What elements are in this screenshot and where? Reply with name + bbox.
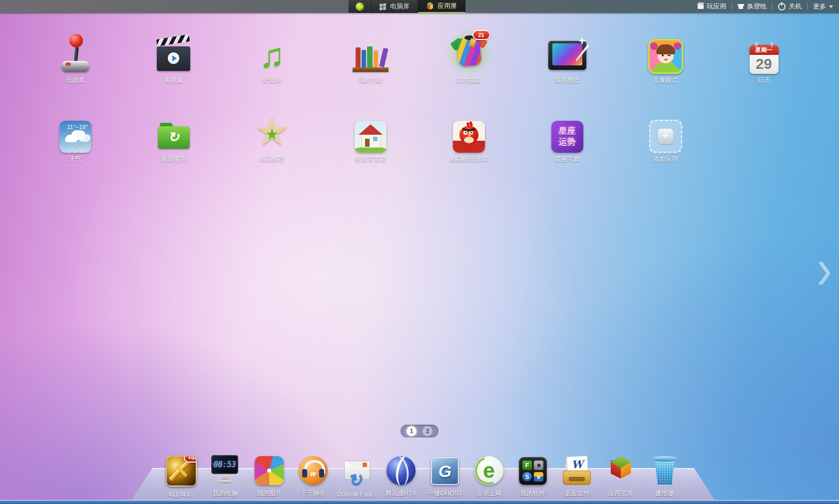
app-label: 看视频	[164, 76, 183, 85]
launcher-button[interactable]	[349, 0, 372, 13]
dock-label: 腾讯通RTX	[386, 490, 417, 498]
app-label: 日历	[758, 76, 770, 85]
dock-label: 安全上网	[476, 490, 501, 498]
app-must-play-games[interactable]: 精品必玩游戏	[420, 104, 518, 164]
page-indicator: 1 2	[401, 425, 438, 438]
notification-badge: +56	[184, 456, 197, 463]
pinwheel-icon	[255, 456, 284, 485]
rain-dots	[67, 148, 68, 149]
app-calendar[interactable]: 星期一 29 日历	[715, 25, 813, 85]
app-label: 生活百宝箱	[355, 155, 386, 164]
weather-icon: 11°~18°	[59, 121, 91, 153]
dock-one-key-ghost[interactable]: G 一键GHOST	[423, 448, 467, 498]
calendar-weekday: 星期一	[750, 45, 779, 55]
dock-label: 我的软件	[520, 490, 545, 498]
change-wallpaper-button[interactable]: 换壁纸	[738, 2, 767, 11]
bookshelf-icon	[353, 37, 389, 74]
app-play-games[interactable]: 玩游戏	[26, 25, 124, 85]
app-weather[interactable]: 11°~18° 天气	[26, 104, 124, 164]
app-recently-used[interactable]: ↻ 最近使用	[124, 104, 223, 164]
app-label: 听音乐	[263, 76, 282, 85]
blue-sphere-icon	[387, 456, 416, 485]
software-grid-icon: F S e	[519, 457, 547, 485]
topbar: 电脑屏 应用屏 玩应用 换壁纸 关机 更多	[0, 0, 839, 13]
dock-safe-browsing[interactable]: e 安全上网	[467, 448, 511, 498]
box-icon	[698, 4, 704, 9]
horoscope-icon: 星座 运势	[551, 121, 583, 153]
house-icon	[355, 121, 387, 153]
angry-bird-icon	[453, 121, 485, 153]
dock-label: 411043...	[168, 491, 194, 498]
windows-logo-icon	[380, 3, 387, 10]
change-wallpaper-label: 换壁纸	[747, 2, 767, 11]
app-my-bookshelf[interactable]: 我的书架	[321, 25, 420, 85]
app-grid-row-2: 11°~18° 天气 ↻ 最近使用 ★ ★ 精品推荐 生活百宝箱 精品必玩游戏 …	[26, 104, 715, 164]
app-featured-picks[interactable]: ★ ★ 精品推荐	[223, 104, 321, 164]
app-horoscope[interactable]: 星座 运势 星座宝典	[518, 104, 616, 164]
dock-ttplayer[interactable]: w 千千静听	[291, 448, 335, 498]
app-label: 我的书架	[358, 76, 383, 85]
star-icon: ★ ★	[251, 110, 293, 153]
tab-computer-screen-label: 电脑屏	[390, 2, 410, 11]
app-watch-video[interactable]: 看视频	[124, 25, 223, 85]
screen-tabs: 电脑屏 应用屏	[349, 0, 465, 13]
dock-rtx[interactable]: 腾讯通RTX	[379, 448, 423, 498]
green-e-browser-icon: e	[474, 456, 503, 485]
play-apps-button[interactable]: 玩应用	[698, 2, 726, 11]
app-grid-row-1: 玩游戏 看视频 ♫ 听音乐 我的书架 21 我的主题 我的壁纸 儿童模式	[26, 25, 813, 85]
app-life-toolbox[interactable]: 生活百宝箱	[321, 104, 420, 164]
dock-trash[interactable]: 废纸篓	[643, 448, 687, 498]
dock-label: 废纸篓	[655, 490, 674, 498]
dock-label: Outlook Expr...	[337, 491, 378, 498]
app-my-wallpaper[interactable]: 我的壁纸	[518, 25, 616, 85]
bottom-strip	[0, 500, 839, 504]
cloud-icon	[66, 135, 78, 142]
dock-label: 我的电脑	[213, 490, 238, 498]
dock-my-software[interactable]: F S e 我的软件	[511, 448, 555, 498]
app-label: 我的壁纸	[555, 76, 580, 85]
dock-my-pictures[interactable]: 我的图片	[247, 448, 291, 498]
dock-desktop-files[interactable]: W 桌面文件	[555, 448, 599, 498]
app-add-application[interactable]: + 添加应用	[616, 104, 715, 164]
dock-label: 千千静听	[301, 490, 326, 498]
next-page-arrow[interactable]: ›	[817, 238, 832, 300]
launcher-icon	[356, 2, 364, 11]
divider	[807, 3, 808, 10]
add-app-icon: +	[649, 120, 682, 153]
app-label: 星座宝典	[555, 155, 580, 164]
app-label: 儿童模式	[653, 76, 678, 85]
more-button[interactable]: 更多	[813, 2, 833, 11]
app-kids-mode[interactable]: 儿童模式	[616, 25, 715, 85]
dock-app-treasury[interactable]: 应用宝库	[599, 448, 643, 498]
music-note-icon: ♫	[259, 36, 285, 74]
page-dot-1[interactable]: 1	[407, 426, 417, 436]
dock-game-411043[interactable]: +56 411043...	[159, 448, 203, 498]
dock-my-computer[interactable]: 08:53 我的电脑	[203, 448, 247, 498]
dropdown-caret-icon	[829, 5, 833, 8]
more-label: 更多	[813, 2, 826, 11]
tshirt-icon: 21	[448, 31, 489, 74]
trash-can-icon	[652, 456, 678, 485]
calendar-icon: 星期一 29	[750, 45, 779, 74]
word-w-letter: W	[571, 458, 584, 471]
ghost-g-icon: G	[431, 457, 459, 485]
shirt-icon	[738, 4, 744, 9]
app-label: 最近使用	[161, 155, 186, 164]
app-label: 玩游戏	[66, 76, 85, 85]
page-dot-2[interactable]: 2	[422, 426, 432, 436]
drawer-icon: W	[562, 456, 592, 485]
app-my-themes[interactable]: 21 我的主题	[420, 25, 518, 85]
tab-app-screen[interactable]: 应用屏	[418, 0, 465, 13]
plus-icon: +	[658, 129, 673, 144]
cube-icon	[426, 2, 434, 10]
joystick-icon	[58, 33, 93, 74]
shutdown-button[interactable]: 关机	[778, 2, 802, 11]
dock-outlook-express[interactable]: ↻ Outlook Expr...	[335, 448, 379, 498]
power-icon	[778, 3, 786, 10]
dock-label: 应用宝库	[608, 490, 633, 498]
app-listen-music[interactable]: ♫ 听音乐	[223, 25, 321, 85]
tab-computer-screen[interactable]: 电脑屏	[372, 0, 418, 13]
joystick-ball	[69, 34, 83, 47]
temperature-range: 11°~18°	[67, 124, 88, 131]
dock-label: 我的图片	[257, 490, 282, 498]
